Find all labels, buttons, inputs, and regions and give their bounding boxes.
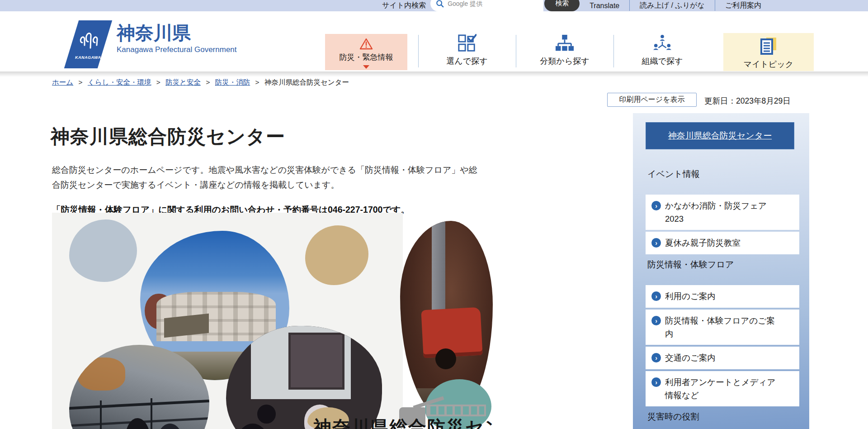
nav-divider (418, 35, 419, 67)
emergency-info-button[interactable]: 防災・緊急情報 (325, 34, 407, 70)
site-search-label: サイト内検索 (382, 1, 426, 10)
mytopic-label: マイトピック (744, 59, 794, 70)
site-name: 神奈川県 (117, 23, 237, 43)
top-utility-bar: サイト内検索 検索 Translate 読み上げ / ふりがな ご利用案内 (0, 0, 868, 11)
document-icon (759, 37, 778, 57)
organization-people-icon (653, 34, 672, 53)
readaloud-furigana-link[interactable]: 読み上げ / ふりがな (640, 1, 705, 10)
separator (629, 0, 630, 11)
chevron-circle-icon: › (651, 291, 661, 301)
sidebar-heading-disaster-role: 災害時の役割 (647, 411, 799, 423)
nav-item-category-search[interactable]: 分類から探す (523, 34, 606, 69)
hero-collage-image: 神奈川県総合防災センター (52, 213, 493, 429)
sidebar-link-access-guide[interactable]: › 交通のご案内 (646, 347, 799, 369)
breadcrumb-separator: > (206, 78, 210, 86)
breadcrumb-home[interactable]: ホーム (52, 78, 73, 86)
breadcrumb-disaster-safety[interactable]: 防災と安全 (165, 78, 201, 86)
page-title: 神奈川県総合防災センター (51, 124, 285, 149)
breadcrumb-living-safety[interactable]: くらし・安全・環境 (88, 78, 151, 86)
red-down-arrow-icon (363, 65, 369, 69)
search-input[interactable] (447, 0, 521, 8)
sidebar-link-usage-guide[interactable]: › 利用のご案内 (646, 285, 799, 308)
sidebar-link-floor-guide[interactable]: › 防災情報・体験フロアのご案内 (646, 310, 799, 345)
chevron-circle-icon: › (651, 201, 661, 210)
page: サイト内検索 検索 Translate 読み上げ / ふりがな ご利用案内 (0, 0, 868, 429)
kanagawa-crest-icon (78, 29, 99, 52)
sitemap-icon (555, 34, 574, 53)
checkbox-grid-icon (458, 34, 476, 53)
separator (715, 0, 715, 11)
sidebar-current-page-label: 神奈川県総合防災センター (668, 130, 772, 142)
logo-caption: KANAGAWA (75, 55, 101, 60)
breadcrumb-separator: > (255, 78, 259, 86)
warning-triangle-icon (359, 38, 373, 50)
breadcrumb-separator: > (156, 78, 160, 86)
sidebar-heading-events: イベント情報 (647, 168, 799, 180)
print-page-button[interactable]: 印刷用ページを表示 (607, 93, 697, 107)
site-name-en: Kanagawa Prefectural Government (117, 45, 237, 54)
sidebar-link-summer-class[interactable]: › 夏休み親子防災教室 (646, 232, 799, 254)
breadcrumb-current: 神奈川県総合防災センター (264, 78, 349, 86)
updated-date: 更新日：2023年8月29日 (704, 95, 791, 106)
chevron-circle-icon: › (651, 353, 661, 362)
sidebar-current-page-link[interactable]: 神奈川県総合防災センター (646, 122, 794, 149)
nav-divider (516, 35, 516, 67)
nav-item-label: 組織で探す (642, 56, 683, 67)
collage-logo-text: 神奈川県総合防災センター (313, 415, 493, 429)
nav-item-label: 選んで探す (446, 56, 487, 67)
sidebar-link-fire-fair-2023[interactable]: › かながわ消防・防災フェア2023 (646, 195, 799, 230)
chevron-circle-icon: › (651, 316, 661, 325)
breadcrumb-disaster-fire[interactable]: 防災・消防 (215, 78, 250, 86)
chevron-circle-icon: › (651, 377, 661, 387)
chevron-circle-icon: › (651, 238, 661, 248)
sidebar-heading-experience-floor: 防災情報・体験フロア (647, 259, 799, 271)
site-search-form (430, 0, 543, 11)
site-logo[interactable]: KANAGAWA 神奈川県 Kanagawa Prefectural Gover… (71, 20, 237, 68)
translate-link[interactable]: Translate (590, 2, 619, 10)
mytopic-button[interactable]: マイトピック (723, 33, 814, 71)
breadcrumb-separator: > (79, 78, 83, 86)
usage-guide-link[interactable]: ご利用案内 (725, 1, 761, 10)
nav-divider (613, 35, 614, 67)
breadcrumb: ホーム > くらし・安全・環境 > 防災と安全 > 防災・消防 > 神奈川県総合… (52, 78, 349, 87)
sidebar-link-survey-media[interactable]: › 利用者アンケートとメディア情報など (646, 371, 799, 406)
search-icon (436, 0, 444, 8)
search-submit-button[interactable]: 検索 (544, 0, 580, 11)
emergency-info-label: 防災・緊急情報 (340, 52, 393, 62)
site-header: KANAGAWA 神奈川県 Kanagawa Prefectural Gover… (0, 11, 868, 72)
nav-item-label: 分類から探す (540, 56, 589, 67)
intro-paragraph: 総合防災センターのホームページです。地震や風水害などの災害体験ができる「防災情報… (52, 162, 484, 192)
sidebar-navigation: 神奈川県総合防災センター イベント情報 › かながわ消防・防災フェア2023 ›… (633, 113, 809, 429)
nav-item-organization-search[interactable]: 組織で探す (621, 34, 704, 69)
nav-item-select-search[interactable]: 選んで探す (425, 34, 509, 69)
